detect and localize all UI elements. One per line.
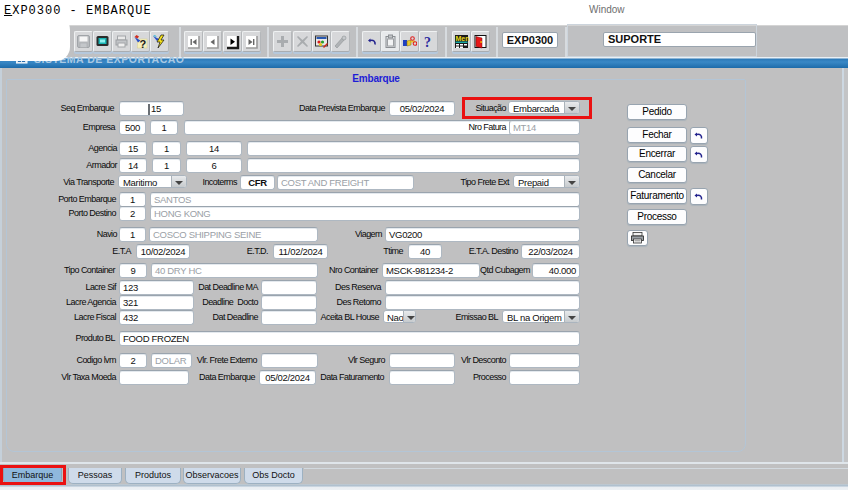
svg-text:?: ? — [140, 38, 147, 50]
svg-text:Men: Men — [456, 35, 470, 42]
svg-text:?: ? — [424, 35, 431, 49]
